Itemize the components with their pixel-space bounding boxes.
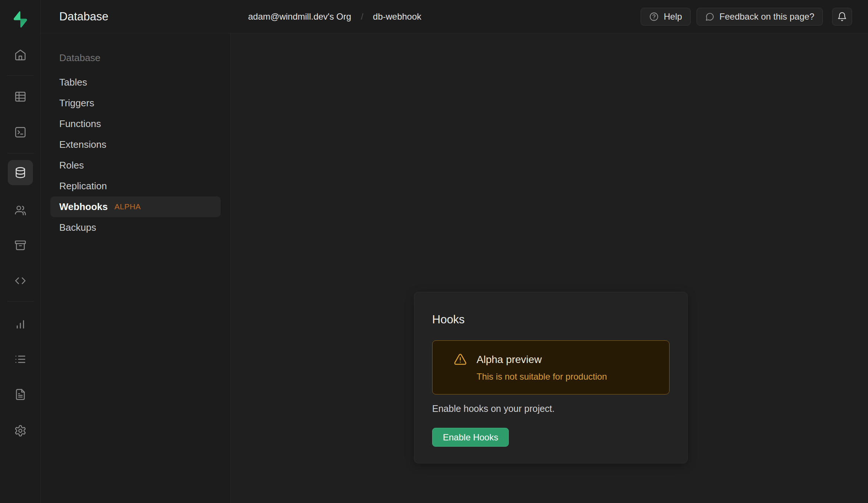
breadcrumb-separator: / <box>361 11 363 22</box>
alert-description: This is not suitable for production <box>477 371 607 382</box>
reports-icon[interactable] <box>8 312 33 337</box>
icon-rail <box>0 0 41 503</box>
main-content: Hooks Alpha preview This is not suitable… <box>231 33 868 503</box>
breadcrumb-project[interactable]: db-webhook <box>373 11 421 22</box>
storage-icon[interactable] <box>8 233 33 258</box>
sidebar-item-tables[interactable]: Tables <box>50 72 221 93</box>
sidebar-item-replication[interactable]: Replication <box>50 176 221 196</box>
breadcrumb: adam@windmill.dev's Org / db-webhook <box>248 0 421 33</box>
help-button-label: Help <box>664 11 682 22</box>
app-header: Database adam@windmill.dev's Org / db-we… <box>41 0 868 33</box>
alert-text: Alpha preview This is not suitable for p… <box>477 353 607 394</box>
help-circle-icon <box>649 12 659 21</box>
home-icon[interactable] <box>8 42 33 67</box>
docs-icon[interactable] <box>8 382 33 407</box>
feedback-button-label: Feedback on this page? <box>720 11 814 22</box>
header-actions: Help Feedback on this page? <box>641 0 852 33</box>
hooks-card: Hooks Alpha preview This is not suitable… <box>414 292 688 463</box>
auth-users-icon[interactable] <box>8 198 33 223</box>
sidebar-item-functions[interactable]: Functions <box>50 113 221 134</box>
rail-divider <box>7 153 34 153</box>
help-button[interactable]: Help <box>641 8 690 26</box>
database-sidebar: Database Tables Triggers Functions Exten… <box>41 33 231 503</box>
alert-title: Alpha preview <box>477 353 607 367</box>
feedback-button[interactable]: Feedback on this page? <box>697 8 823 26</box>
hooks-card-title: Hooks <box>432 313 670 326</box>
settings-icon[interactable] <box>8 418 33 443</box>
page-title: Database <box>59 10 108 23</box>
sidebar-item-triggers[interactable]: Triggers <box>50 93 221 113</box>
enable-hooks-button[interactable]: Enable Hooks <box>432 428 509 447</box>
hooks-card-body: Enable hooks on your project. <box>432 403 670 414</box>
rail-divider <box>7 301 34 302</box>
alpha-badge: ALPHA <box>114 202 141 211</box>
chat-bubble-icon <box>705 12 715 21</box>
edge-functions-icon[interactable] <box>8 268 33 293</box>
sql-editor-icon[interactable] <box>8 120 33 145</box>
table-editor-icon[interactable] <box>8 84 33 109</box>
sidebar-item-webhooks[interactable]: Webhooks ALPHA <box>50 196 221 217</box>
breadcrumb-org[interactable]: adam@windmill.dev's Org <box>248 11 351 22</box>
sidebar-nav: Tables Triggers Functions Extensions Rol… <box>41 72 230 238</box>
sidebar-item-extensions[interactable]: Extensions <box>50 134 221 155</box>
logs-icon[interactable] <box>8 347 33 372</box>
rail-divider <box>7 75 34 76</box>
sidebar-heading: Database <box>59 50 230 65</box>
database-icon[interactable] <box>8 160 33 185</box>
supabase-logo[interactable] <box>10 10 30 30</box>
bell-icon <box>837 11 847 22</box>
notifications-button[interactable] <box>832 8 852 26</box>
sidebar-item-backups[interactable]: Backups <box>50 217 221 238</box>
alpha-preview-alert: Alpha preview This is not suitable for p… <box>432 340 670 394</box>
warning-triangle-icon <box>454 353 467 366</box>
sidebar-item-roles[interactable]: Roles <box>50 155 221 176</box>
